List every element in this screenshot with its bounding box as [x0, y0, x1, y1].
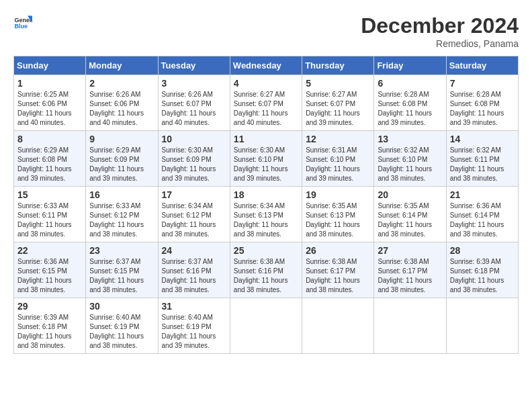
- day-info: Sunrise: 6:40 AM Sunset: 6:19 PM Dayligh…: [89, 313, 154, 351]
- title-area: December 2024 Remedios, Panama: [361, 13, 519, 49]
- page-header: General Blue December 2024 Remedios, Pan…: [13, 13, 519, 49]
- calendar-header-row: SundayMondayTuesdayWednesdayThursdayFrid…: [14, 56, 519, 75]
- day-number: 21: [450, 189, 515, 200]
- calendar-cell: 15 Sunrise: 6:33 AM Sunset: 6:11 PM Dayl…: [14, 187, 86, 242]
- header-tuesday: Tuesday: [158, 56, 230, 75]
- calendar-cell: [302, 298, 374, 354]
- day-info: Sunrise: 6:33 AM Sunset: 6:12 PM Dayligh…: [89, 201, 154, 239]
- day-info: Sunrise: 6:26 AM Sunset: 6:06 PM Dayligh…: [89, 90, 154, 128]
- calendar-cell: 9 Sunrise: 6:29 AM Sunset: 6:09 PM Dayli…: [86, 131, 158, 187]
- week-row-2: 8 Sunrise: 6:29 AM Sunset: 6:08 PM Dayli…: [14, 131, 519, 187]
- calendar-cell: 21 Sunrise: 6:36 AM Sunset: 6:14 PM Dayl…: [446, 187, 518, 242]
- day-number: 8: [17, 134, 82, 144]
- day-number: 1: [17, 78, 82, 89]
- day-info: Sunrise: 6:26 AM Sunset: 6:07 PM Dayligh…: [162, 90, 226, 128]
- day-number: 19: [306, 189, 370, 200]
- day-number: 27: [378, 245, 442, 256]
- calendar-cell: 26 Sunrise: 6:38 AM Sunset: 6:17 PM Dayl…: [302, 242, 374, 298]
- day-info: Sunrise: 6:38 AM Sunset: 6:17 PM Dayligh…: [378, 257, 442, 295]
- day-number: 3: [162, 78, 226, 89]
- day-number: 17: [162, 189, 226, 200]
- day-number: 20: [378, 189, 442, 200]
- day-number: 5: [306, 78, 370, 89]
- day-number: 24: [162, 245, 226, 256]
- day-info: Sunrise: 6:39 AM Sunset: 6:18 PM Dayligh…: [17, 313, 82, 351]
- day-info: Sunrise: 6:27 AM Sunset: 6:07 PM Dayligh…: [234, 90, 298, 128]
- svg-text:Blue: Blue: [14, 23, 28, 30]
- calendar-cell: 19 Sunrise: 6:35 AM Sunset: 6:13 PM Dayl…: [302, 187, 374, 242]
- day-number: 15: [17, 189, 82, 200]
- day-number: 22: [17, 245, 82, 256]
- header-friday: Friday: [374, 56, 446, 75]
- calendar-cell: 30 Sunrise: 6:40 AM Sunset: 6:19 PM Dayl…: [86, 298, 158, 354]
- logo: General Blue: [13, 13, 32, 32]
- calendar-cell: 12 Sunrise: 6:31 AM Sunset: 6:10 PM Dayl…: [302, 131, 374, 187]
- day-number: 16: [89, 189, 154, 200]
- logo-icon: General Blue: [13, 13, 32, 32]
- day-info: Sunrise: 6:37 AM Sunset: 6:16 PM Dayligh…: [162, 257, 226, 295]
- header-sunday: Sunday: [14, 56, 86, 75]
- calendar-cell: 8 Sunrise: 6:29 AM Sunset: 6:08 PM Dayli…: [14, 131, 86, 187]
- calendar-cell: 24 Sunrise: 6:37 AM Sunset: 6:16 PM Dayl…: [158, 242, 230, 298]
- calendar-cell: 13 Sunrise: 6:32 AM Sunset: 6:10 PM Dayl…: [374, 131, 446, 187]
- day-number: 13: [378, 134, 442, 144]
- location: Remedios, Panama: [361, 38, 519, 49]
- day-info: Sunrise: 6:32 AM Sunset: 6:11 PM Dayligh…: [450, 146, 515, 183]
- month-title: December 2024: [361, 13, 519, 38]
- week-row-3: 15 Sunrise: 6:33 AM Sunset: 6:11 PM Dayl…: [14, 187, 519, 242]
- week-row-5: 29 Sunrise: 6:39 AM Sunset: 6:18 PM Dayl…: [14, 298, 519, 354]
- calendar-cell: 27 Sunrise: 6:38 AM Sunset: 6:17 PM Dayl…: [374, 242, 446, 298]
- day-info: Sunrise: 6:32 AM Sunset: 6:10 PM Dayligh…: [378, 146, 442, 183]
- day-number: 7: [450, 78, 515, 89]
- day-number: 28: [450, 245, 515, 256]
- calendar-cell: 20 Sunrise: 6:35 AM Sunset: 6:14 PM Dayl…: [374, 187, 446, 242]
- day-number: 12: [306, 134, 370, 144]
- week-row-4: 22 Sunrise: 6:36 AM Sunset: 6:15 PM Dayl…: [14, 242, 519, 298]
- day-number: 2: [89, 78, 154, 89]
- day-info: Sunrise: 6:35 AM Sunset: 6:14 PM Dayligh…: [378, 201, 442, 239]
- calendar-cell: 2 Sunrise: 6:26 AM Sunset: 6:06 PM Dayli…: [86, 75, 158, 131]
- day-number: 29: [17, 301, 82, 312]
- week-row-1: 1 Sunrise: 6:25 AM Sunset: 6:06 PM Dayli…: [14, 75, 519, 131]
- header-thursday: Thursday: [302, 56, 374, 75]
- day-number: 4: [234, 78, 298, 89]
- day-number: 6: [378, 78, 442, 89]
- day-number: 18: [234, 189, 298, 200]
- calendar-cell: [230, 298, 302, 354]
- calendar-cell: 1 Sunrise: 6:25 AM Sunset: 6:06 PM Dayli…: [14, 75, 86, 131]
- day-info: Sunrise: 6:34 AM Sunset: 6:12 PM Dayligh…: [162, 201, 226, 239]
- calendar-cell: 14 Sunrise: 6:32 AM Sunset: 6:11 PM Dayl…: [446, 131, 518, 187]
- day-info: Sunrise: 6:36 AM Sunset: 6:15 PM Dayligh…: [17, 257, 82, 295]
- day-info: Sunrise: 6:29 AM Sunset: 6:08 PM Dayligh…: [17, 146, 82, 183]
- calendar-cell: 16 Sunrise: 6:33 AM Sunset: 6:12 PM Dayl…: [86, 187, 158, 242]
- calendar-cell: 29 Sunrise: 6:39 AM Sunset: 6:18 PM Dayl…: [14, 298, 86, 354]
- calendar-table: SundayMondayTuesdayWednesdayThursdayFrid…: [13, 56, 519, 354]
- day-number: 26: [306, 245, 370, 256]
- day-number: 23: [89, 245, 154, 256]
- day-info: Sunrise: 6:38 AM Sunset: 6:16 PM Dayligh…: [234, 257, 298, 295]
- day-number: 10: [162, 134, 226, 144]
- calendar-cell: 28 Sunrise: 6:39 AM Sunset: 6:18 PM Dayl…: [446, 242, 518, 298]
- day-number: 9: [89, 134, 154, 144]
- day-info: Sunrise: 6:28 AM Sunset: 6:08 PM Dayligh…: [450, 90, 515, 128]
- calendar-cell: 5 Sunrise: 6:27 AM Sunset: 6:07 PM Dayli…: [302, 75, 374, 131]
- calendar-cell: 18 Sunrise: 6:34 AM Sunset: 6:13 PM Dayl…: [230, 187, 302, 242]
- calendar-cell: 31 Sunrise: 6:40 AM Sunset: 6:19 PM Dayl…: [158, 298, 230, 354]
- calendar-cell: [446, 298, 518, 354]
- day-info: Sunrise: 6:34 AM Sunset: 6:13 PM Dayligh…: [234, 201, 298, 239]
- calendar-cell: 10 Sunrise: 6:30 AM Sunset: 6:09 PM Dayl…: [158, 131, 230, 187]
- day-number: 30: [89, 301, 154, 312]
- day-number: 31: [162, 301, 226, 312]
- calendar-cell: 23 Sunrise: 6:37 AM Sunset: 6:15 PM Dayl…: [86, 242, 158, 298]
- calendar-cell: 17 Sunrise: 6:34 AM Sunset: 6:12 PM Dayl…: [158, 187, 230, 242]
- day-info: Sunrise: 6:39 AM Sunset: 6:18 PM Dayligh…: [450, 257, 515, 295]
- day-number: 14: [450, 134, 515, 144]
- calendar-cell: 11 Sunrise: 6:30 AM Sunset: 6:10 PM Dayl…: [230, 131, 302, 187]
- day-info: Sunrise: 6:25 AM Sunset: 6:06 PM Dayligh…: [17, 90, 82, 128]
- day-info: Sunrise: 6:30 AM Sunset: 6:10 PM Dayligh…: [234, 146, 298, 183]
- day-info: Sunrise: 6:38 AM Sunset: 6:17 PM Dayligh…: [306, 257, 370, 295]
- header-saturday: Saturday: [446, 56, 518, 75]
- header-wednesday: Wednesday: [230, 56, 302, 75]
- day-number: 11: [234, 134, 298, 144]
- calendar-cell: 7 Sunrise: 6:28 AM Sunset: 6:08 PM Dayli…: [446, 75, 518, 131]
